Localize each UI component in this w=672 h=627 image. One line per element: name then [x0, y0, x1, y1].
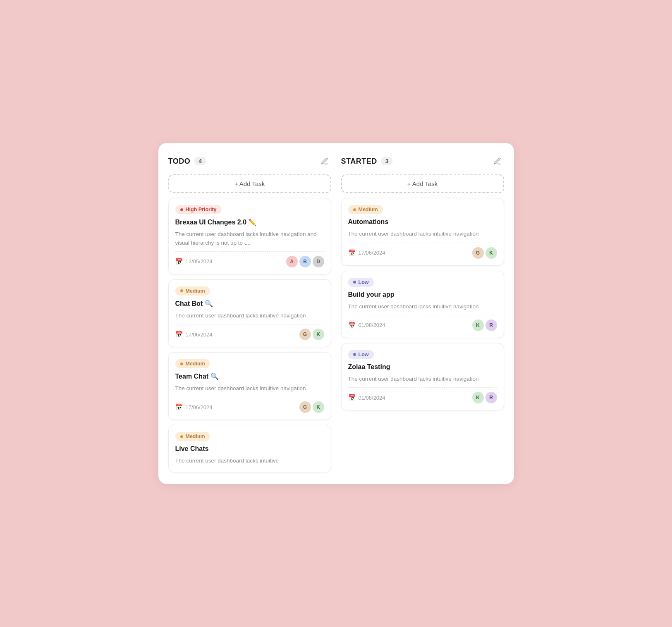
avatar-group: ABD — [286, 256, 324, 267]
avatar-group: GK — [299, 401, 324, 413]
task-title: Chat Bot 🔍 — [175, 300, 324, 308]
avatar: A — [286, 256, 298, 267]
avatar-group: GK — [472, 247, 497, 259]
avatar-group: GK — [299, 329, 324, 340]
priority-dot — [180, 435, 183, 438]
column-title-started: STARTED — [341, 157, 377, 166]
avatar: K — [485, 247, 497, 259]
date-text: 12/05/2024 — [186, 258, 213, 265]
task-card: High PriorityBrexaa UI Changes 2.0 ✏️The… — [168, 198, 331, 274]
add-task-button-started[interactable]: + Add Task — [341, 174, 504, 193]
column-count-started: 3 — [381, 157, 393, 165]
task-footer: 📅01/08/2024KR — [348, 387, 497, 403]
avatar-group: KR — [472, 319, 497, 331]
task-card: MediumTeam Chat 🔍The current user dashbo… — [168, 352, 331, 420]
task-card: LowZolaa TestingThe current user dashboa… — [341, 343, 504, 410]
column-header-started: STARTED3 — [341, 155, 504, 168]
priority-dot — [180, 208, 183, 211]
calendar-icon: 📅 — [175, 331, 183, 338]
task-description: The current user dashboard lacks intuiti… — [348, 303, 497, 311]
priority-badge: High Priority — [175, 205, 222, 214]
task-card: MediumAutomationsThe current user dashbo… — [341, 198, 504, 265]
task-card: MediumChat Bot 🔍The current user dashboa… — [168, 279, 331, 347]
task-date: 📅17/06/2024 — [175, 331, 213, 338]
column-title-group: TODO4 — [168, 157, 206, 166]
priority-badge: Low — [348, 278, 374, 287]
task-date: 📅01/08/2024 — [348, 394, 385, 401]
calendar-icon: 📅 — [348, 322, 356, 329]
column-title-todo: TODO — [168, 157, 191, 166]
calendar-icon: 📅 — [348, 394, 356, 401]
priority-dot — [353, 353, 356, 356]
add-task-button-todo[interactable]: + Add Task — [168, 174, 331, 193]
avatar: K — [313, 401, 324, 413]
task-title: Build your app — [348, 291, 497, 298]
date-text: 17/06/2024 — [186, 331, 213, 338]
edit-icon-todo[interactable] — [318, 155, 331, 168]
avatar: K — [472, 392, 484, 403]
task-footer: 📅01/08/2024KR — [348, 315, 497, 331]
task-card: MediumLive ChatsThe current user dashboa… — [168, 425, 331, 472]
task-description: The current user dashboard lacks intuiti… — [175, 457, 324, 465]
column-todo: TODO4+ Add TaskHigh PriorityBrexaa UI Ch… — [168, 155, 331, 472]
task-footer: 📅17/06/2024GK — [175, 397, 324, 413]
column-started: STARTED3+ Add TaskMediumAutomationsThe c… — [341, 155, 504, 472]
avatar: G — [299, 401, 311, 413]
priority-badge: Low — [348, 350, 374, 359]
avatar: G — [299, 329, 311, 340]
task-description: The current user dashboard lacks intuiti… — [175, 384, 324, 393]
priority-badge: Medium — [348, 205, 383, 214]
calendar-icon: 📅 — [175, 403, 183, 411]
priority-badge: Medium — [175, 432, 210, 441]
avatar-group: KR — [472, 392, 497, 403]
task-description: The current user dashboard lacks intuiti… — [175, 230, 324, 247]
calendar-icon: 📅 — [348, 249, 356, 257]
task-date: 📅17/06/2024 — [348, 249, 385, 257]
task-title: Team Chat 🔍 — [175, 372, 324, 380]
avatar: K — [313, 329, 324, 340]
avatar: D — [313, 256, 324, 267]
task-description: The current user dashboard lacks intuiti… — [348, 375, 497, 383]
column-header-todo: TODO4 — [168, 155, 331, 168]
priority-dot — [180, 362, 183, 365]
calendar-icon: 📅 — [175, 258, 183, 265]
column-title-group: STARTED3 — [341, 157, 393, 166]
date-text: 01/08/2024 — [359, 322, 385, 328]
avatar: G — [472, 247, 484, 259]
task-title: Automations — [348, 218, 497, 226]
avatar: B — [299, 256, 311, 267]
task-description: The current user dashboard lacks intuiti… — [175, 312, 324, 320]
task-footer: 📅17/06/2024GK — [348, 243, 497, 259]
avatar: R — [485, 392, 497, 403]
task-date: 📅01/08/2024 — [348, 322, 385, 329]
avatar: R — [485, 319, 497, 331]
task-title: Brexaa UI Changes 2.0 ✏️ — [175, 218, 324, 226]
priority-badge: Medium — [175, 286, 210, 296]
priority-dot — [353, 281, 356, 284]
priority-badge: Medium — [175, 359, 210, 368]
task-footer: 📅12/05/2024ABD — [175, 251, 324, 267]
column-count-todo: 4 — [194, 157, 206, 165]
task-date: 📅17/06/2024 — [175, 403, 213, 411]
avatar: K — [472, 319, 484, 331]
task-card: LowBuild your appThe current user dashbo… — [341, 271, 504, 338]
task-date: 📅12/05/2024 — [175, 258, 213, 265]
board-container: TODO4+ Add TaskHigh PriorityBrexaa UI Ch… — [158, 143, 514, 484]
task-title: Zolaa Testing — [348, 363, 497, 371]
task-description: The current user dashboard lacks intuiti… — [348, 230, 497, 238]
priority-dot — [353, 208, 356, 211]
priority-dot — [180, 289, 183, 292]
task-footer: 📅17/06/2024GK — [175, 324, 324, 340]
date-text: 01/08/2024 — [359, 395, 385, 401]
task-title: Live Chats — [175, 445, 324, 453]
edit-icon-started[interactable] — [491, 155, 504, 168]
date-text: 17/06/2024 — [359, 250, 385, 256]
date-text: 17/06/2024 — [186, 404, 213, 410]
